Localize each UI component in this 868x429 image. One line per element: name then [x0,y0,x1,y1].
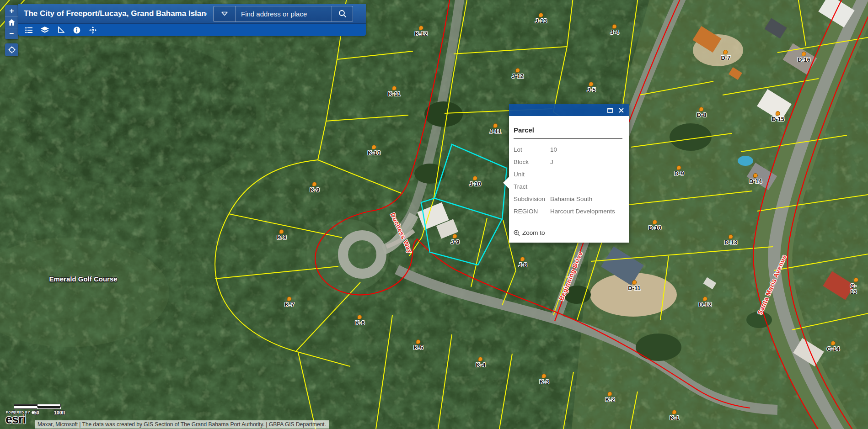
popup-title: Parcel [514,122,622,138]
zoom-to-link[interactable]: Zoom to [514,229,545,236]
measure-button[interactable] [55,25,67,35]
field-label: Unit [514,171,550,178]
home-icon [8,19,15,26]
popup-field-row: Unit [514,168,622,180]
scale-segment [14,407,37,409]
close-icon [619,108,624,113]
locate-button[interactable] [5,43,18,56]
maximize-icon [607,108,613,113]
field-label: Tract [514,183,550,190]
popup-pointer [503,177,509,189]
popup-fields: Lot10BlockJUnitTractSubdivisionBahamia S… [514,143,622,217]
scale-label-50: 50 [34,410,39,415]
info-icon [73,26,80,34]
legend-button[interactable] [23,25,35,35]
popup-body: Parcel Lot10BlockJUnitTractSubdivisionBa… [509,116,629,243]
legend-icon [25,27,32,33]
popup-field-row: REGIONHarcourt Developments [514,205,622,217]
field-value: Harcourt Developments [550,208,622,215]
field-label: Subdivision [514,196,550,202]
search-widget [213,6,353,22]
map-toolbar [18,24,366,36]
zoom-to-icon [514,230,520,236]
maximize-button[interactable] [606,106,614,114]
popup-field-row: Tract [514,180,622,193]
search-dropdown-button[interactable] [214,6,236,21]
scale-bar: 0 50 100ft [14,404,61,409]
popup-field-row: SubdivisionBahamia South [514,193,622,205]
layers-button[interactable] [39,25,51,35]
directions-button[interactable] [87,25,99,35]
chevron-down-icon [221,11,228,16]
popup-field-row: Lot10 [514,143,622,156]
home-button[interactable] [5,16,18,28]
globe-icon [32,411,34,414]
field-label: Lot [514,146,550,153]
scale-label-100ft: 100ft [54,410,65,415]
scale-segment [37,407,61,409]
map-stage[interactable]: K-12J-13J-4D-7D-16J-12J-5K-11J-11D-8D-15… [0,0,868,429]
field-value: 10 [550,146,622,153]
esri-logo[interactable]: esri [5,413,26,426]
satellite-map[interactable] [0,0,868,429]
popup-divider [514,138,622,139]
search-icon [338,10,347,18]
field-label: REGION [514,208,550,215]
map-attribution: Maxar, Microsoft | The data was created … [35,420,329,429]
field-label: Block [514,159,550,165]
directions-icon [89,26,96,34]
measure-icon [58,26,64,33]
popup-field-row: BlockJ [514,156,622,168]
app-header: The City of Freeport/Lucaya, Grand Baham… [18,4,366,36]
field-value: Bahamia South [550,196,622,202]
zoom-out-button[interactable]: − [5,28,18,39]
page-title: The City of Freeport/Lucaya, Grand Baham… [18,9,207,18]
search-button[interactable] [332,6,353,21]
zoom-to-label: Zoom to [522,229,545,236]
zoom-control-panel: + − [5,5,18,39]
layers-icon [41,26,49,34]
info-button[interactable] [71,25,83,35]
field-value: J [550,159,622,165]
parcel-popup: Parcel Lot10BlockJUnitTractSubdivisionBa… [509,104,629,243]
close-button[interactable] [617,106,625,114]
search-input[interactable] [236,6,332,21]
title-bar: The City of Freeport/Lucaya, Grand Baham… [18,4,366,24]
popup-titlebar[interactable] [509,104,629,116]
zoom-in-button[interactable]: + [5,5,18,16]
locate-icon [8,46,16,53]
